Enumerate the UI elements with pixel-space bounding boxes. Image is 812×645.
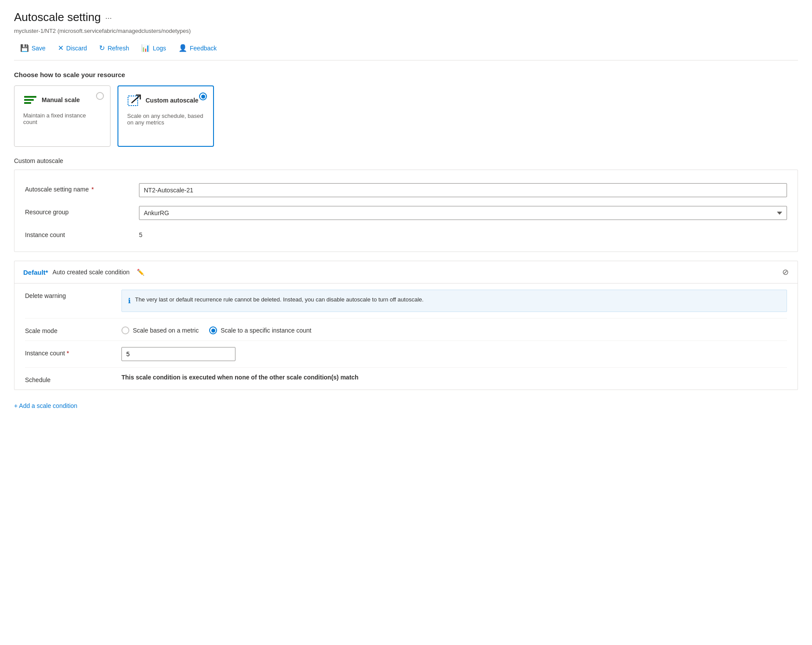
- autoscale-name-input[interactable]: [139, 183, 787, 197]
- resource-group-row: Resource group AnkurRG: [25, 202, 787, 224]
- save-button[interactable]: 💾 Save: [14, 41, 52, 55]
- schedule-label: Schedule: [25, 374, 121, 383]
- logs-icon: 📊: [141, 44, 150, 52]
- delete-warning-box: ℹ The very last or default recurrence ru…: [121, 290, 787, 312]
- delete-warning-value: ℹ The very last or default recurrence ru…: [121, 290, 787, 312]
- refresh-icon: ↻: [99, 44, 105, 52]
- scale-mode-options: Scale based on a metric Scale to a speci…: [121, 325, 787, 334]
- scale-mode-row: Scale mode Scale based on a metric Scale…: [25, 319, 787, 341]
- autoscale-name-value: [139, 183, 787, 197]
- scale-mode-metric-label: Scale based on a metric: [133, 327, 199, 334]
- choose-scale-title: Choose how to scale your resource: [14, 71, 798, 78]
- resource-group-select[interactable]: AnkurRG: [139, 206, 787, 220]
- discard-icon: ✕: [58, 44, 64, 52]
- custom-autoscale-title: Custom autoscale: [146, 97, 199, 104]
- scale-mode-label: Scale mode: [25, 325, 121, 334]
- custom-autoscale-icon: [127, 93, 141, 107]
- instance-count-label: Instance count: [25, 229, 139, 238]
- custom-autoscale-desc: Scale on any schedule, based on any metr…: [127, 113, 204, 126]
- schedule-row: Schedule This scale condition is execute…: [25, 368, 787, 390]
- add-scale-condition-link[interactable]: + Add a scale condition: [14, 402, 77, 409]
- custom-autoscale-radio[interactable]: [199, 92, 207, 100]
- page-title: Autoscale setting: [14, 11, 101, 24]
- condition-instance-count-input[interactable]: [121, 347, 235, 361]
- delete-warning-row: Delete warning ℹ The very last or defaul…: [25, 284, 787, 319]
- schedule-value: This scale condition is executed when no…: [121, 374, 787, 381]
- schedule-text: This scale condition is executed when no…: [121, 371, 359, 381]
- autoscale-name-row: Autoscale setting name *: [25, 179, 787, 202]
- scale-options: Manual scale Maintain a fixed instance c…: [14, 85, 798, 147]
- scale-metric-radio[interactable]: [121, 326, 129, 334]
- scale-mode-metric-option[interactable]: Scale based on a metric: [121, 326, 199, 334]
- condition-instance-count-label: Instance count *: [25, 347, 121, 357]
- manual-scale-radio[interactable]: [96, 92, 104, 100]
- logs-button[interactable]: 📊 Logs: [135, 41, 172, 55]
- page-header: Autoscale setting ··· mycluster-1/NT2 (m…: [14, 11, 798, 34]
- condition-instance-count-value: [121, 347, 787, 361]
- resource-group-value: AnkurRG: [139, 206, 787, 220]
- manual-scale-icon: [23, 93, 37, 107]
- condition-header: Default* Auto created scale condition ✏️…: [14, 261, 798, 284]
- condition-header-left: Default* Auto created scale condition ✏️: [23, 269, 144, 276]
- condition-body: Delete warning ℹ The very last or defaul…: [14, 284, 798, 390]
- autoscale-name-label: Autoscale setting name *: [25, 183, 139, 193]
- autoscale-form-card: Autoscale setting name * Resource group …: [14, 170, 798, 252]
- manual-scale-option[interactable]: Manual scale Maintain a fixed instance c…: [14, 85, 110, 147]
- custom-autoscale-option[interactable]: Custom autoscale Scale on any schedule, …: [118, 85, 214, 147]
- manual-scale-desc: Maintain a fixed instance count: [23, 112, 101, 125]
- scale-mode-specific-label: Scale to a specific instance count: [221, 327, 311, 334]
- condition-name: Auto created scale condition: [53, 269, 130, 276]
- refresh-button[interactable]: ↻ Refresh: [93, 41, 135, 55]
- info-icon: ℹ: [128, 296, 131, 306]
- feedback-icon: 👤: [178, 44, 187, 52]
- manual-scale-title: Manual scale: [42, 96, 80, 103]
- condition-tag: Default*: [23, 269, 48, 276]
- instance-count-row: Instance count 5: [25, 224, 787, 243]
- save-icon: 💾: [20, 44, 29, 52]
- instance-count-required: *: [67, 350, 69, 357]
- disable-condition-icon[interactable]: ⊘: [782, 267, 789, 277]
- condition-card: Default* Auto created scale condition ✏️…: [14, 261, 798, 390]
- page-subtitle: mycluster-1/NT2 (microsoft.servicefabric…: [14, 28, 798, 34]
- scale-mode-value: Scale based on a metric Scale to a speci…: [121, 325, 787, 334]
- instance-count-value: 5: [139, 229, 142, 238]
- custom-autoscale-label: Custom autoscale: [14, 157, 798, 164]
- svg-rect-0: [128, 96, 138, 106]
- feedback-button[interactable]: 👤 Feedback: [172, 41, 223, 55]
- name-required: *: [91, 186, 93, 193]
- discard-button[interactable]: ✕ Discard: [52, 41, 93, 55]
- svg-line-1: [132, 96, 139, 103]
- delete-warning-label: Delete warning: [25, 290, 121, 299]
- toolbar: 💾 Save ✕ Discard ↻ Refresh 📊 Logs 👤 Feed…: [14, 41, 798, 60]
- scale-specific-radio[interactable]: [209, 326, 217, 334]
- resource-group-label: Resource group: [25, 206, 139, 216]
- edit-condition-icon[interactable]: ✏️: [137, 269, 144, 276]
- delete-warning-text: The very last or default recurrence rule…: [135, 295, 424, 304]
- scale-mode-specific-option[interactable]: Scale to a specific instance count: [209, 326, 311, 334]
- condition-instance-count-row: Instance count *: [25, 341, 787, 368]
- ellipsis-menu[interactable]: ···: [105, 14, 112, 23]
